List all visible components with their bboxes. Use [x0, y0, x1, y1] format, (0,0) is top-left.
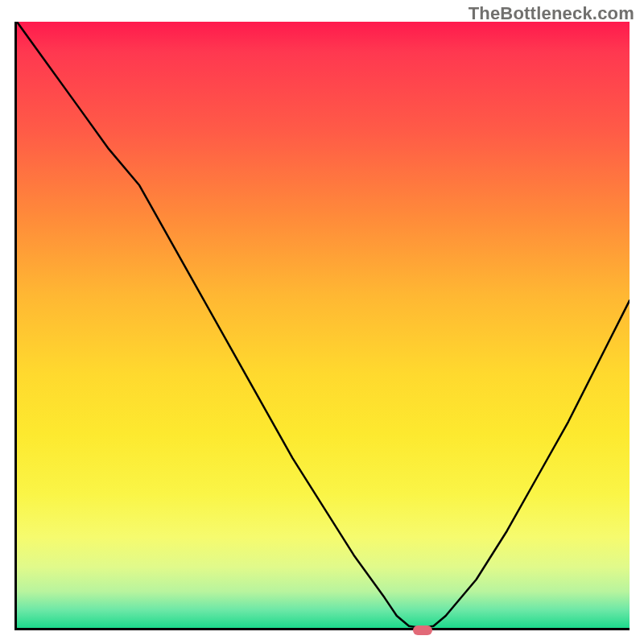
bottleneck-curve-path [17, 22, 630, 628]
optimal-marker [413, 625, 432, 635]
curve-svg [17, 22, 630, 628]
bottleneck-chart: TheBottleneck.com [0, 0, 644, 644]
plot-area [14, 22, 630, 630]
